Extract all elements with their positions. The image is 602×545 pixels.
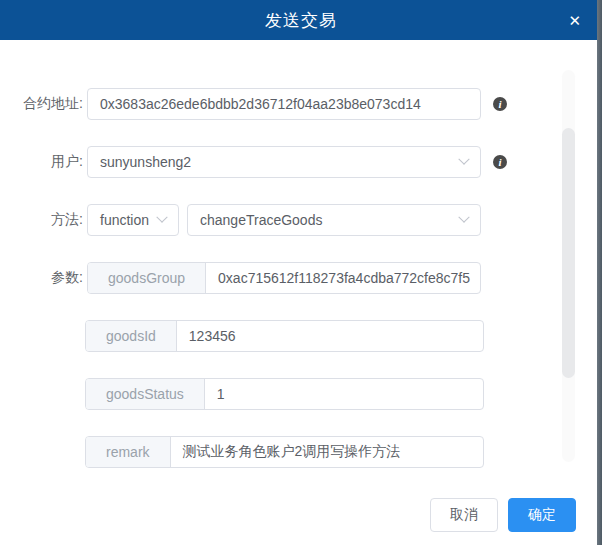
param-goodsgroup-value: 0xac715612f118273fa4cdba772cfe8c7f5 [206,263,480,293]
user-select[interactable]: sunyunsheng2 [87,146,481,178]
param-goodsid-row: goodsId 123456 [85,320,602,352]
params-label: 参数: [0,269,87,287]
contract-address-row: 合约地址: 0x3683ac26ede6bdbb2d36712f04aa23b8… [0,88,602,120]
param-goodsid-input[interactable]: goodsId 123456 [85,320,484,352]
chevron-down-icon [458,154,469,165]
param-remark-name: remark [86,437,171,467]
param-goodsgroup-input[interactable]: goodsGroup 0xac715612f118273fa4cdba772cf… [87,262,481,294]
user-info-icon[interactable]: i [493,155,507,169]
param-goodsstatus-input[interactable]: goodsStatus 1 [85,378,484,410]
method-label: 方法: [0,211,87,229]
scrollbar-thumb[interactable] [562,128,575,378]
window-edge [597,0,602,545]
chevron-down-icon [156,212,167,223]
dialog-body: 合约地址: 0x3683ac26ede6bdbb2d36712f04aa23b8… [0,40,602,468]
param-remark-value: 测试业务角色账户2调用写操作方法 [171,437,483,467]
dialog-header: 发送交易 ✕ [0,0,602,40]
param-remark-input[interactable]: remark 测试业务角色账户2调用写操作方法 [85,436,484,468]
param-goodsstatus-value: 1 [205,379,483,409]
contract-address-value: 0x3683ac26ede6bdbb2d36712f04aa23b8e073cd… [100,96,421,112]
chevron-down-icon [458,212,469,223]
param-goodsstatus-row: goodsStatus 1 [85,378,602,410]
dialog-title: 发送交易 [265,9,337,32]
contract-address-info-icon[interactable]: i [493,97,507,111]
contract-address-input[interactable]: 0x3683ac26ede6bdbb2d36712f04aa23b8e073cd… [87,88,481,120]
close-icon[interactable]: ✕ [568,13,581,28]
method-name-value: changeTraceGoods [200,212,322,228]
method-type-value: function [100,212,149,228]
param-goodsstatus-name: goodsStatus [86,379,205,409]
param-goodsgroup-row: 参数: goodsGroup 0xac715612f118273fa4cdba7… [0,262,602,294]
param-remark-row: remark 测试业务角色账户2调用写操作方法 [85,436,602,468]
param-goodsid-value: 123456 [177,321,483,351]
user-label: 用户: [0,153,87,171]
param-goodsgroup-name: goodsGroup [88,263,206,293]
method-name-select[interactable]: changeTraceGoods [187,204,481,236]
scrollbar-track [562,70,575,462]
cancel-button[interactable]: 取消 [430,498,498,532]
dialog-footer: 取消 确定 [430,498,576,532]
send-transaction-dialog: 发送交易 ✕ 合约地址: 0x3683ac26ede6bdbb2d36712f0… [0,0,602,545]
method-type-select[interactable]: function [87,204,179,236]
contract-address-label: 合约地址: [0,95,87,113]
param-goodsid-name: goodsId [86,321,177,351]
confirm-button[interactable]: 确定 [508,498,576,532]
method-row: 方法: function changeTraceGoods [0,204,602,236]
user-row: 用户: sunyunsheng2 i [0,146,602,178]
user-select-value: sunyunsheng2 [100,154,191,170]
